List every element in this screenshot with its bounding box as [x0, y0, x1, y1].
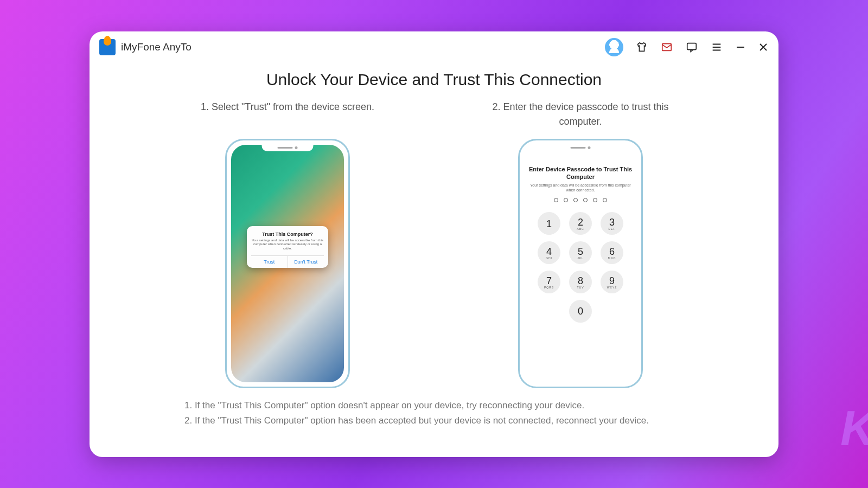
passcode-subtitle: Your settings and data will be accessibl…: [529, 183, 631, 192]
step-1: 1. Select "Trust" from the device screen…: [179, 100, 396, 388]
app-logo-icon: [99, 39, 116, 55]
passcode-dot: [554, 198, 558, 202]
phone-trust-illustration: Trust This Computer? Your settings and d…: [225, 139, 350, 388]
key-0: 0: [569, 300, 592, 323]
key-9: 9WXYZ: [601, 271, 623, 293]
passcode-dot: [603, 198, 607, 202]
passcode-dot: [593, 198, 597, 202]
dont-trust-button: Don't Trust: [288, 256, 324, 268]
passcode-title: Enter Device Passcode to Trust This Comp…: [524, 165, 637, 181]
phone-1-screen: Trust This Computer? Your settings and d…: [231, 145, 344, 382]
key-2: 2ABC: [569, 212, 592, 235]
note-2: 2. If the "Trust This Computer" option h…: [184, 413, 684, 429]
passcode-dot: [564, 198, 568, 202]
step-1-label: 1. Select "Trust" from the device screen…: [201, 100, 374, 130]
trust-dialog-body: Your settings and data will be accessibl…: [251, 239, 324, 251]
key-1: 1: [538, 212, 560, 235]
note-1: 1. If the "Trust This Computer" option d…: [184, 398, 684, 414]
close-button[interactable]: [758, 42, 769, 53]
key-3: 3DEF: [601, 212, 623, 235]
phone-passcode-illustration: Enter Device Passcode to Trust This Comp…: [518, 139, 643, 388]
phone-2-screen: Enter Device Passcode to Trust This Comp…: [524, 145, 637, 382]
trust-dialog-title: Trust This Computer?: [251, 232, 324, 237]
title-right: [605, 38, 769, 56]
phone-notch-icon: [555, 145, 607, 151]
key-4: 4GHI: [538, 241, 560, 264]
trust-button: Trust: [251, 256, 288, 268]
key-6: 6MNO: [601, 241, 623, 264]
key-7: 7PQRS: [538, 271, 560, 293]
titlebar: iMyFone AnyTo: [90, 31, 778, 63]
app-title: iMyFone AnyTo: [121, 41, 192, 53]
key-5: 5JKL: [569, 241, 592, 264]
shirt-icon[interactable]: [635, 41, 648, 54]
app-window: iMyFone AnyTo Unlock Your Dev: [90, 31, 778, 457]
trust-dialog: Trust This Computer? Your settings and d…: [247, 226, 328, 268]
mail-icon[interactable]: [660, 41, 673, 54]
passcode-dot: [573, 198, 578, 202]
minimize-button[interactable]: [735, 42, 746, 53]
watermark: K: [840, 401, 868, 457]
passcode-dot: [583, 198, 588, 202]
trust-dialog-buttons: Trust Don't Trust: [251, 255, 324, 268]
menu-icon[interactable]: [710, 41, 723, 54]
page-heading: Unlock Your Device and Trust This Connec…: [111, 70, 757, 89]
phone-notch-icon: [262, 145, 314, 151]
title-left: iMyFone AnyTo: [99, 39, 192, 55]
content: Unlock Your Device and Trust This Connec…: [90, 63, 778, 457]
passcode-dots: [554, 198, 607, 202]
account-icon[interactable]: [605, 38, 623, 56]
feedback-icon[interactable]: [685, 41, 698, 54]
steps-row: 1. Select "Trust" from the device screen…: [111, 100, 757, 388]
keypad: 1 2ABC 3DEF 4GHI 5JKL 6MNO 7PQRS 8TUV 9W…: [538, 212, 623, 323]
step-2-label: 2. Enter the device passcode to trust th…: [472, 100, 689, 130]
svg-rect-1: [687, 43, 697, 49]
step-2: 2. Enter the device passcode to trust th…: [472, 100, 689, 388]
notes: 1. If the "Trust This Computer" option d…: [184, 398, 684, 429]
key-8: 8TUV: [569, 271, 592, 293]
